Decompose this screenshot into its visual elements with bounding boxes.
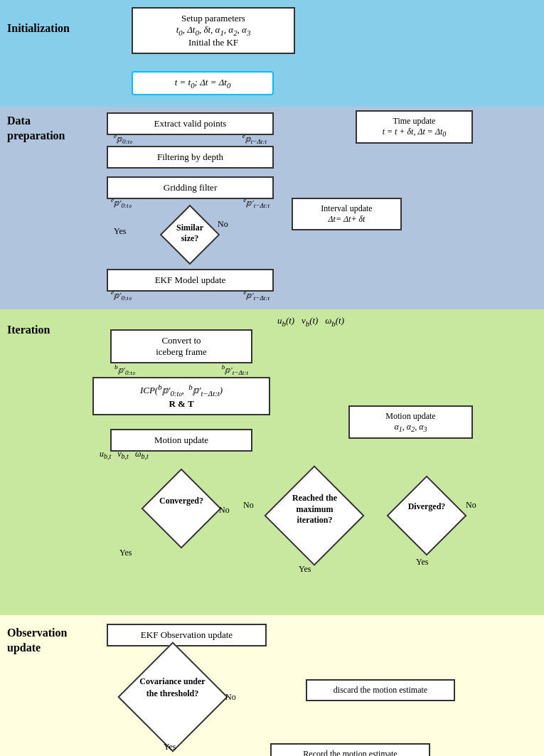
diverged-diamond-container: Diverged?	[388, 480, 466, 551]
record-box: Record the motion estimate	[270, 743, 430, 756]
similar-no-label: No	[218, 219, 228, 230]
max-iter-yes: Yes	[299, 564, 311, 575]
motion-update-right-box: Motion update α1, α2, α3	[348, 405, 473, 439]
motion-vars: ub,t vb,t ωb,t	[100, 449, 149, 460]
data-section: Datapreparation Extract valid points e𝕡0…	[0, 107, 544, 309]
diverged-label: Diverged?	[388, 501, 466, 512]
diagram-container: Initialization Setup parameters t0, Δt0,…	[0, 0, 544, 756]
init-label: Initialization	[7, 21, 70, 36]
extract-subscripts: e𝕡0:t₀ e𝕡t−Δt:t	[107, 132, 274, 145]
ekf-obs-update-box: EKF Observation update	[107, 624, 267, 646]
similar-size-diamond-container: Similarsize?	[165, 210, 215, 260]
covariance-diamond-container: Covariance underthe threshold?	[121, 654, 224, 740]
obs-section: Observationupdate EKF Observation update…	[0, 615, 544, 756]
iter-section: Iteration ub(t) vb(t) ωb(t) Convert to i…	[0, 309, 544, 615]
converged-label: Converged?	[146, 496, 217, 506]
iter-label: Iteration	[7, 324, 50, 336]
covariance-yes: Yes	[164, 742, 176, 752]
similar-size-label: Similarsize?	[165, 223, 215, 244]
converged-yes: Yes	[119, 548, 132, 558]
obs-label: Observationupdate	[7, 626, 67, 656]
setup-params-box: Setup parameters t0, Δt0, δt, α1, α2, α3…	[132, 7, 295, 54]
ekf-model-subscripts: e𝕡′0:t₀ e𝕡′t−Δt:t	[107, 289, 274, 302]
convert-subscripts: b𝕡′0:t₀ b𝕡′t−Δt:t	[110, 363, 252, 376]
init-section: Initialization Setup parameters t0, Δt0,…	[0, 0, 544, 107]
max-iter-label: Reached themaximumiteration?	[263, 493, 366, 526]
filtering-by-depth-box: Filtering by depth	[107, 146, 274, 169]
diverged-diamond	[386, 475, 466, 555]
max-iter-diamond-container: Reached themaximumiteration?	[263, 473, 366, 558]
similar-yes-label: Yes	[114, 226, 126, 237]
diverged-yes: Yes	[416, 557, 428, 568]
converged-no: No	[219, 505, 230, 516]
max-iter-no: No	[243, 500, 254, 511]
data-label: Datapreparation	[7, 114, 65, 144]
interval-update-box: Interval update Δt= Δt+ δt	[292, 198, 402, 230]
covariance-label: Covariance underthe threshold?	[121, 676, 224, 700]
covariance-no: No	[225, 692, 236, 703]
t-init-box: t = t0; Δt = Δt0	[132, 71, 274, 95]
converged-diamond-container: Converged?	[146, 473, 217, 544]
velocity-labels: ub(t) vb(t) ωb(t)	[277, 315, 344, 328]
diverged-no: No	[466, 500, 476, 511]
time-update-box: Time update t = t + δt, Δt = Δt0	[356, 110, 473, 144]
convert-iceberg-box: Convert to iceberg frame	[110, 329, 252, 363]
icp-box: ICP(b𝕡′0:t₀, b𝕡′t−Δt:t) R & T	[92, 377, 270, 415]
converged-diamond	[141, 468, 221, 548]
discard-box: discard the motion estimate	[306, 679, 455, 701]
